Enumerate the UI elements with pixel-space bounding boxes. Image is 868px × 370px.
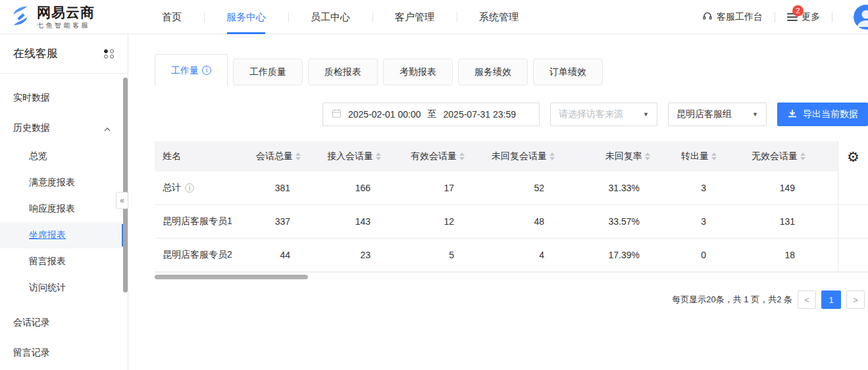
sidebar-header: 在线客服 <box>0 34 128 74</box>
top-nav: 网易云商 七鱼智能客服 首页 服务中心 员工中心 客户管理 系统管理 客服工作台… <box>0 0 868 34</box>
workbench-button[interactable]: 客服工作台 <box>702 11 763 23</box>
sidebar-item-satisfaction-report[interactable]: 满意度报表 <box>0 170 128 196</box>
cell-valid-sessions: 12 <box>382 216 466 227</box>
horizontal-scrollbar-thumb[interactable] <box>155 275 308 279</box>
cell-invalid-sessions: 18 <box>718 250 807 260</box>
sidebar-item-message-records[interactable]: 留言记录 <box>0 338 128 368</box>
column-settings-cell: ⚙ <box>838 141 868 172</box>
nav-item-home[interactable]: 首页 <box>140 0 204 34</box>
table-row-agent1: 昆明店客服专员1 337 143 12 48 33.57% 3 131 <box>155 205 868 239</box>
pagination-summary: 每页显示20条，共 1 页，共2 条 <box>672 294 792 306</box>
sort-icon <box>800 152 807 160</box>
next-page-button[interactable]: > <box>846 290 865 309</box>
page-number-button[interactable]: 1 <box>821 290 841 309</box>
collapse-sidebar-icon[interactable]: « <box>116 192 128 209</box>
cell-total-sessions: 381 <box>247 183 302 193</box>
sort-icon <box>376 152 382 160</box>
cell-transferred-out: 0 <box>651 250 718 260</box>
caret-down-icon: ▼ <box>752 111 758 118</box>
info-icon[interactable]: i <box>202 66 211 75</box>
sort-icon <box>295 152 302 160</box>
sidebar-item-response-report[interactable]: 响应度报表 <box>0 196 128 222</box>
sort-icon <box>645 152 651 160</box>
service-group-select[interactable]: 昆明店客服组 ▼ <box>668 103 767 126</box>
date-end-value: 2025-07-31 23:59 <box>444 109 517 120</box>
chevron-left-icon: < <box>804 295 809 305</box>
cell-unreplied-sessions: 4 <box>466 250 556 260</box>
sidebar-item-session-records[interactable]: 会话记录 <box>0 308 128 338</box>
sidebar-scrollbar[interactable] <box>123 78 128 292</box>
caret-down-icon: ▼ <box>643 111 649 118</box>
cell-unreplied-rate: 31.33% <box>556 183 651 193</box>
main-content: 工作量 i 工作质量 质检报表 考勤报表 服务绩效 订单绩效 2025-02-0… <box>128 34 868 309</box>
nav-item-staff-center[interactable]: 员工中心 <box>288 0 372 34</box>
nav-item-service-center[interactable]: 服务中心 <box>204 0 288 34</box>
row-settings-cell <box>838 239 868 271</box>
column-header-unreplied-rate[interactable]: 未回复率 <box>556 150 651 162</box>
gear-icon[interactable]: ⚙ <box>847 150 859 164</box>
cell-total-sessions: 44 <box>247 250 302 260</box>
cell-transferred-out: 3 <box>651 216 718 227</box>
nav-right-tools: 客服工作台 2 更多 <box>702 5 868 30</box>
sort-icon <box>711 152 718 160</box>
info-icon[interactable]: i <box>185 183 194 193</box>
column-header-valid-sessions[interactable]: 有效会话量 <box>382 150 466 162</box>
brand-logo[interactable]: 网易云商 七鱼智能客服 <box>0 5 95 30</box>
primary-nav: 首页 服务中心 员工中心 客户管理 系统管理 <box>140 0 541 34</box>
cell-valid-sessions: 5 <box>382 250 466 260</box>
column-header-transferred-out[interactable]: 转出量 <box>651 150 718 162</box>
table-row-agent2: 昆明店客服专员2 44 23 5 4 17.39% 0 18 <box>155 239 868 272</box>
chevron-up-icon <box>104 123 111 133</box>
column-header-total-sessions[interactable]: 会话总量 <box>247 150 302 162</box>
sidebar-item-message-report[interactable]: 留言报表 <box>0 248 128 275</box>
tab-order-performance[interactable]: 订单绩效 <box>533 58 603 85</box>
cell-accepted-sessions: 166 <box>302 183 382 193</box>
tab-qc-report[interactable]: 质检报表 <box>308 58 378 85</box>
column-header-invalid-sessions[interactable]: 无效会话量 <box>718 150 807 162</box>
more-button[interactable]: 2 更多 <box>787 11 820 23</box>
sidebar-item-agent-report[interactable]: 坐席报表 <box>0 222 128 248</box>
report-tabs: 工作量 i 工作质量 质检报表 考勤报表 服务绩效 订单绩效 <box>128 54 868 85</box>
cell-accepted-sessions: 143 <box>302 216 382 227</box>
tab-workload[interactable]: 工作量 i <box>155 54 228 85</box>
service-group-value: 昆明店客服组 <box>677 108 732 120</box>
brand-subtitle: 七鱼智能客服 <box>37 22 95 29</box>
column-header-accepted-sessions[interactable]: 接入会话量 <box>302 150 382 162</box>
tab-service-performance[interactable]: 服务绩效 <box>458 58 528 85</box>
row-settings-cell <box>838 172 868 204</box>
spacer <box>0 301 128 308</box>
apps-grid-icon[interactable] <box>104 49 115 58</box>
column-header-unreplied-sessions[interactable]: 未回复会话量 <box>466 150 556 162</box>
sidebar-item-history-data[interactable]: 历史数据 <box>0 113 128 143</box>
row-settings-cell <box>838 205 868 238</box>
prev-page-button[interactable]: < <box>798 290 816 309</box>
sidebar-item-realtime-data[interactable]: 实时数据 <box>0 83 128 113</box>
row-name: 昆明店客服专员2 <box>163 249 232 261</box>
cell-valid-sessions: 17 <box>382 183 466 193</box>
tab-attendance-report[interactable]: 考勤报表 <box>383 58 453 85</box>
sort-icon <box>459 152 466 160</box>
visitor-source-placeholder: 请选择访客来源 <box>559 108 623 120</box>
table-row-total: 总计 i 381 166 17 52 31.33% 3 149 <box>155 172 868 205</box>
cell-invalid-sessions: 149 <box>718 183 807 193</box>
visitor-source-select[interactable]: 请选择访客来源 ▼ <box>550 103 657 126</box>
pagination: 每页显示20条，共 1 页，共2 条 < 1 > <box>128 290 868 309</box>
download-icon <box>787 108 798 121</box>
cell-unreplied-rate: 33.57% <box>556 216 651 227</box>
row-name: 总计 <box>163 182 181 194</box>
sidebar-item-visit-stats[interactable]: 访问统计 <box>0 275 128 301</box>
divider <box>775 12 775 22</box>
nav-item-system-mgmt[interactable]: 系统管理 <box>457 0 541 34</box>
agent-report-table: 姓名 会话总量 接入会话量 有效会话量 未回复会话量 未回复率 <box>155 141 868 272</box>
date-range-picker[interactable]: 2025-02-01 00:00 至 2025-07-31 23:59 <box>322 103 540 126</box>
tab-work-quality[interactable]: 工作质量 <box>233 58 303 85</box>
cell-invalid-sessions: 131 <box>718 216 807 227</box>
export-data-button[interactable]: 导出当前数据 <box>777 103 868 126</box>
sidebar: 在线客服 实时数据 历史数据 总览 满意度报表 响应度报表 坐席报表 留言报表 … <box>0 34 128 370</box>
sidebar-item-overview[interactable]: 总览 <box>0 143 128 170</box>
cell-total-sessions: 337 <box>247 216 302 227</box>
nav-item-customer-mgmt[interactable]: 客户管理 <box>372 0 457 34</box>
filter-bar: 2025-02-01 00:00 至 2025-07-31 23:59 请选择访… <box>128 103 868 126</box>
sidebar-title: 在线客服 <box>13 46 58 61</box>
avatar[interactable] <box>854 5 868 30</box>
